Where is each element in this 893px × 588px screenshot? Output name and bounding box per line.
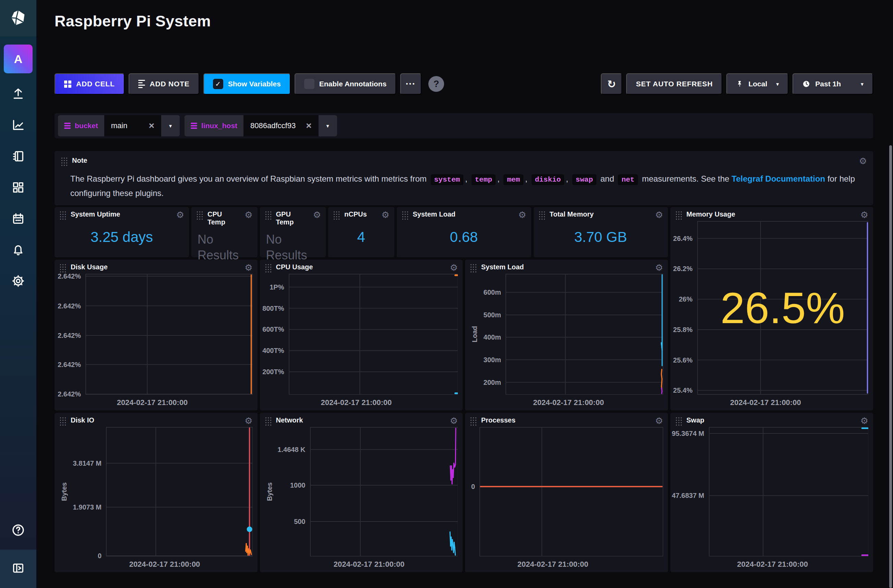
variable-dropdown-caret[interactable]: ▾: [161, 115, 180, 136]
drag-handle-icon[interactable]: [59, 264, 66, 273]
cell-disk-usage: Disk Usage ⚙ 2.642%2.642%2.642%2.642%2.6…: [54, 260, 257, 411]
drag-handle-icon[interactable]: [59, 417, 66, 426]
y-tick: 200m: [484, 378, 501, 386]
gear-icon[interactable]: ⚙: [859, 157, 867, 165]
sidebar-item-upload[interactable]: [0, 79, 36, 110]
drag-handle-icon[interactable]: [470, 264, 477, 273]
y-tick: 2.642%: [58, 360, 81, 368]
cell-title: Swap: [687, 416, 856, 424]
clear-icon[interactable]: ×: [306, 121, 311, 130]
show-variables-label: Show Variables: [228, 80, 281, 88]
gear-icon[interactable]: ⚙: [381, 210, 389, 219]
time-range-dropdown[interactable]: Past 1h ▾: [792, 74, 873, 94]
plot-area[interactable]: [480, 427, 663, 556]
y-tick: 1P%: [269, 283, 284, 291]
drag-handle-icon[interactable]: [265, 211, 272, 220]
y-tick: 1.9073 M: [73, 503, 102, 511]
influxdb-logo[interactable]: [0, 0, 36, 36]
plot-area[interactable]: [505, 274, 663, 395]
gear-icon[interactable]: ⚙: [245, 210, 253, 219]
plot-area[interactable]: [310, 427, 458, 556]
y-tick: 2.642%: [58, 390, 81, 398]
variable-dropdown-caret[interactable]: ▾: [319, 115, 337, 136]
drag-handle-icon[interactable]: [675, 417, 683, 426]
gear-icon[interactable]: ⚙: [860, 210, 868, 219]
gear-icon[interactable]: ⚙: [245, 416, 253, 425]
avatar[interactable]: A: [4, 45, 33, 74]
plot-area[interactable]: [86, 274, 253, 395]
sidebar-item-settings[interactable]: [0, 266, 36, 297]
y-tick: 400m: [484, 333, 501, 341]
clear-icon[interactable]: ×: [149, 121, 154, 130]
drag-handle-icon[interactable]: [675, 211, 683, 220]
gear-icon[interactable]: ⚙: [518, 210, 526, 219]
cell-title: Total Memory: [550, 210, 651, 218]
page-scrollbar[interactable]: [889, 145, 892, 588]
chevron-down-icon: ▾: [776, 81, 779, 87]
y-axis-label: Bytes: [59, 427, 69, 556]
cell-title: Processes: [481, 416, 651, 424]
drag-handle-icon[interactable]: [196, 211, 203, 220]
timezone-dropdown[interactable]: Local ▾: [726, 74, 788, 94]
gear-icon[interactable]: ⚙: [655, 416, 663, 425]
plot-area[interactable]: 26.5%: [697, 221, 869, 395]
note-text: The Raspberry Pi dashboard gives you an …: [70, 174, 429, 183]
sidebar-item-tasks[interactable]: [0, 204, 36, 235]
refresh-button[interactable]: ↻: [601, 74, 622, 94]
cell-swap: Swap ⚙ 95.3674 M47.6837 M 2024-02-17 21:…: [671, 413, 873, 572]
gear-icon[interactable]: ⚙: [176, 210, 184, 219]
sidebar-item-dashboards[interactable]: [0, 172, 36, 204]
x-axis-label: 2024-02-17 21:00:00: [59, 395, 253, 407]
clock-icon: [802, 80, 810, 88]
cell-memory-usage: Memory Usage ⚙ 26.4%26.2%26%25.8%25.6%25…: [671, 207, 873, 411]
gear-icon[interactable]: ⚙: [860, 416, 868, 425]
drag-handle-icon[interactable]: [265, 417, 272, 426]
variables-panel: bucket main × ▾ linux_host 8086adfccf93 …: [54, 113, 873, 138]
y-tick: 26%: [679, 296, 692, 303]
x-axis-label: 2024-02-17 21:00:00: [59, 556, 253, 569]
boards-grid-icon: [11, 181, 25, 196]
variable-icon: [64, 122, 71, 130]
add-note-button[interactable]: ADD NOTE: [129, 74, 199, 94]
drag-handle-icon[interactable]: [538, 211, 546, 220]
drag-handle-icon[interactable]: [401, 211, 409, 220]
sidebar-item-alerts[interactable]: [0, 235, 36, 266]
plot-area[interactable]: [106, 427, 253, 556]
gear-icon[interactable]: ⚙: [450, 263, 458, 272]
drag-handle-icon[interactable]: [265, 264, 272, 273]
add-cell-button[interactable]: ADD CELL: [54, 74, 125, 94]
variable-value-input[interactable]: main ×: [104, 115, 161, 136]
checkbox-unchecked-icon[interactable]: [304, 79, 314, 89]
enable-annotations-toggle[interactable]: Enable Annotations: [295, 74, 396, 94]
drag-handle-icon[interactable]: [61, 157, 68, 166]
help-button[interactable]: ?: [428, 76, 444, 92]
gear-icon[interactable]: ⚙: [450, 416, 458, 425]
more-options-button[interactable]: •••: [400, 74, 421, 94]
plot-area[interactable]: [709, 427, 869, 556]
y-axis-ticks: 3.8147 M1.9073 M0: [69, 427, 106, 556]
note-text: ,: [525, 174, 529, 183]
variable-icon: [191, 122, 197, 130]
checkbox-checked-icon[interactable]: ✓: [213, 79, 223, 89]
gear-icon[interactable]: ⚙: [313, 210, 321, 219]
gear-icon[interactable]: ⚙: [655, 210, 663, 219]
telegraf-doc-link[interactable]: Telegraf Documentation: [732, 174, 825, 183]
plot-area[interactable]: [289, 274, 458, 395]
sidebar-item-help[interactable]: [11, 512, 26, 550]
show-variables-toggle[interactable]: ✓ Show Variables: [203, 74, 290, 94]
cell-title: nCPUs: [344, 210, 377, 218]
sidebar-item-data-explorer[interactable]: [0, 110, 36, 141]
cell-cpu-temp: CPU Temp ⚙ No Results: [191, 207, 257, 257]
set-auto-refresh-button[interactable]: SET AUTO REFRESH: [626, 74, 722, 94]
cell-title: Note: [72, 157, 87, 165]
gear-icon[interactable]: ⚙: [655, 263, 663, 272]
drag-handle-icon[interactable]: [333, 211, 340, 220]
drag-handle-icon[interactable]: [470, 417, 477, 426]
single-stat: 3.70 GB: [538, 220, 663, 254]
gear-icon[interactable]: ⚙: [245, 263, 253, 272]
refresh-icon: ↻: [607, 78, 616, 90]
variable-value-input[interactable]: 8086adfccf93 ×: [244, 115, 318, 136]
sidebar-item-notebooks[interactable]: [0, 141, 36, 172]
sidebar-item-expand[interactable]: [0, 550, 36, 588]
drag-handle-icon[interactable]: [59, 211, 66, 220]
